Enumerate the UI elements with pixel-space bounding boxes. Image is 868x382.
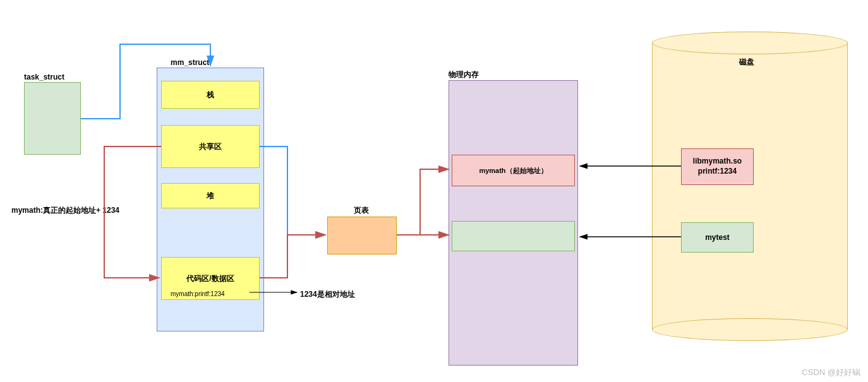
mm-segment-stack: 栈 xyxy=(161,81,260,109)
phys-mymath-block: mymath（起始地址） xyxy=(452,155,575,186)
disk-cylinder xyxy=(652,32,848,341)
mymath-printf-text: mymath:printf:1234 xyxy=(171,290,225,297)
disk-lib-box: libmymath.so printf:1234 xyxy=(681,148,754,185)
shared-text: 共享区 xyxy=(199,141,222,152)
arrow-shared-to-pagetable xyxy=(260,146,325,235)
arrow-pagetable-to-mymath xyxy=(397,169,449,235)
page-table-box xyxy=(327,217,397,254)
phys-mymath-text: mymath（起始地址） xyxy=(479,166,547,176)
task-struct-label: task_struct xyxy=(24,73,64,81)
mm-segment-shared: 共享区 xyxy=(161,125,260,168)
phys-mem-title: 物理内存 xyxy=(449,69,479,80)
mm-segment-heap: 堆 xyxy=(161,183,260,208)
mytest-text: mytest xyxy=(705,233,730,242)
page-table-label: 页表 xyxy=(354,205,369,216)
lib-line1: libmymath.so xyxy=(693,157,742,167)
disk-mytest-box: mytest xyxy=(681,222,754,253)
mm-struct-label: mm_struct xyxy=(171,58,209,67)
code-data-text: 代码区/数据区 xyxy=(186,273,234,284)
task-struct-box xyxy=(24,82,81,155)
relative-addr-note: 1234是相对地址 xyxy=(300,289,355,300)
stack-text: 栈 xyxy=(207,90,214,100)
phys-mytest-block xyxy=(452,221,575,251)
disk-title: 磁盘 xyxy=(739,57,754,68)
lib-line2: printf:1234 xyxy=(698,167,737,177)
heap-text: 堆 xyxy=(207,191,214,201)
watermark: CSDN @好好锅 xyxy=(802,367,860,378)
mymath-real-addr-note: mymath:真正的起始地址+ 1234 xyxy=(11,205,119,216)
arrow-code-to-pagetable xyxy=(260,235,325,278)
